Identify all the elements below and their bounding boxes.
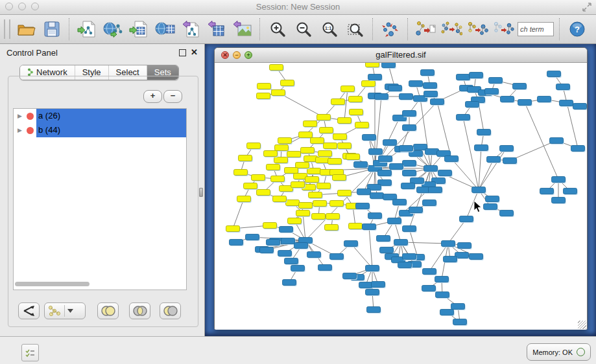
graph-node[interactable] bbox=[429, 187, 442, 193]
graph-edge[interactable] bbox=[479, 148, 507, 190]
graph-node[interactable] bbox=[356, 203, 370, 209]
graph-node[interactable] bbox=[307, 168, 321, 174]
graph-node[interactable] bbox=[486, 196, 499, 202]
graph-node[interactable] bbox=[301, 148, 315, 154]
graph-node[interactable] bbox=[547, 71, 561, 77]
network-from-selection-button[interactable] bbox=[412, 17, 438, 41]
set-list-item[interactable]: ▶a (26) bbox=[14, 109, 186, 123]
graph-node[interactable] bbox=[338, 190, 352, 196]
graph-node[interactable] bbox=[287, 152, 301, 157]
graph-node[interactable] bbox=[363, 135, 376, 141]
graph-node[interactable] bbox=[571, 146, 585, 152]
graph-node[interactable] bbox=[324, 143, 337, 149]
graph-edge[interactable] bbox=[233, 199, 244, 229]
graph-node[interactable] bbox=[296, 163, 309, 168]
zoom-selected-button[interactable] bbox=[342, 17, 368, 41]
graph-node[interactable] bbox=[379, 156, 392, 162]
graph-node[interactable] bbox=[285, 258, 298, 264]
import-table-url-button[interactable] bbox=[152, 17, 178, 41]
graph-node[interactable] bbox=[518, 100, 532, 106]
graph-node[interactable] bbox=[278, 251, 292, 256]
graph-edge[interactable] bbox=[563, 87, 578, 148]
network-canvas[interactable] bbox=[215, 63, 587, 330]
graph-edge[interactable] bbox=[479, 148, 481, 190]
toolbar-grip[interactable] bbox=[4, 19, 10, 39]
graph-node[interactable] bbox=[444, 256, 457, 262]
network-graph[interactable] bbox=[215, 63, 587, 330]
graph-node[interactable] bbox=[237, 196, 251, 202]
import-table-file-button[interactable] bbox=[126, 17, 152, 41]
help-button[interactable]: ? bbox=[564, 17, 590, 41]
graph-node[interactable] bbox=[230, 240, 243, 245]
graph-node[interactable] bbox=[398, 262, 412, 268]
graph-node[interactable] bbox=[291, 266, 305, 271]
disclosure-triangle-icon[interactable]: ▶ bbox=[18, 127, 27, 133]
graph-node[interactable] bbox=[435, 277, 449, 282]
graph-node[interactable] bbox=[401, 183, 415, 189]
window-resize-grip[interactable] bbox=[578, 321, 586, 329]
graph-node[interactable] bbox=[280, 227, 293, 233]
create-network-from-set-button[interactable] bbox=[44, 302, 86, 319]
graph-node[interactable] bbox=[330, 254, 344, 260]
graph-node[interactable] bbox=[281, 80, 294, 86]
graph-node[interactable] bbox=[349, 97, 363, 102]
graph-node[interactable] bbox=[341, 86, 355, 92]
graph-node[interactable] bbox=[271, 176, 285, 182]
import-network-url-button[interactable] bbox=[100, 17, 126, 41]
graph-node[interactable] bbox=[252, 175, 265, 181]
graph-node[interactable] bbox=[445, 156, 459, 162]
zoom-in-button[interactable] bbox=[265, 17, 291, 41]
graph-node[interactable] bbox=[299, 132, 313, 138]
network-from-collection-button[interactable] bbox=[490, 17, 516, 41]
graph-node[interactable] bbox=[274, 157, 288, 163]
graph-node[interactable] bbox=[281, 238, 295, 244]
network-view-window[interactable]: ✕ − + galFiltered.sif bbox=[214, 47, 588, 330]
memory-status-button[interactable]: Memory: OK bbox=[527, 343, 591, 361]
graph-node[interactable] bbox=[331, 99, 345, 105]
graph-node[interactable] bbox=[393, 199, 407, 205]
graph-node[interactable] bbox=[484, 204, 497, 210]
graph-node[interactable] bbox=[458, 243, 471, 249]
graph-node[interactable] bbox=[317, 183, 331, 189]
graph-node[interactable] bbox=[422, 286, 436, 291]
graph-node[interactable] bbox=[369, 149, 383, 155]
disclosure-triangle-icon[interactable]: ▶ bbox=[18, 113, 27, 119]
graph-node[interactable] bbox=[318, 265, 332, 271]
graph-node[interactable] bbox=[263, 223, 277, 229]
graph-node[interactable] bbox=[470, 254, 483, 260]
float-panel-icon[interactable] bbox=[179, 49, 186, 56]
apply-layout-button[interactable] bbox=[377, 17, 403, 41]
graph-edge[interactable] bbox=[479, 159, 494, 190]
open-session-button[interactable] bbox=[13, 17, 39, 41]
graph-node[interactable] bbox=[457, 74, 470, 80]
graph-node[interactable] bbox=[409, 207, 423, 213]
graph-node[interactable] bbox=[257, 93, 270, 99]
graph-node[interactable] bbox=[305, 177, 319, 183]
graph-node[interactable] bbox=[285, 168, 298, 174]
graph-node[interactable] bbox=[378, 170, 392, 176]
graph-edge[interactable] bbox=[369, 227, 372, 268]
graph-node[interactable] bbox=[338, 118, 352, 124]
export-table-button[interactable] bbox=[204, 17, 230, 41]
graph-node[interactable] bbox=[257, 84, 271, 89]
graph-node[interactable] bbox=[350, 109, 363, 115]
graph-node[interactable] bbox=[453, 319, 467, 325]
graph-node[interactable] bbox=[247, 143, 261, 149]
import-network-file-button[interactable] bbox=[74, 17, 100, 41]
graph-node[interactable] bbox=[370, 193, 384, 199]
graph-node[interactable] bbox=[264, 151, 278, 157]
graph-node[interactable] bbox=[403, 254, 416, 260]
search-input[interactable] bbox=[518, 22, 554, 36]
graph-node[interactable] bbox=[475, 145, 488, 151]
graph-node[interactable] bbox=[380, 247, 394, 253]
graph-node[interactable] bbox=[423, 83, 437, 89]
graph-node[interactable] bbox=[538, 97, 551, 102]
extend-selection-button[interactable] bbox=[464, 17, 490, 41]
graph-node[interactable] bbox=[421, 70, 435, 76]
graph-node[interactable] bbox=[257, 190, 270, 196]
graph-node[interactable] bbox=[403, 161, 416, 166]
graph-node[interactable] bbox=[403, 226, 416, 232]
graph-node[interactable] bbox=[403, 111, 416, 117]
graph-node[interactable] bbox=[472, 187, 486, 193]
graph-node[interactable] bbox=[409, 81, 423, 87]
